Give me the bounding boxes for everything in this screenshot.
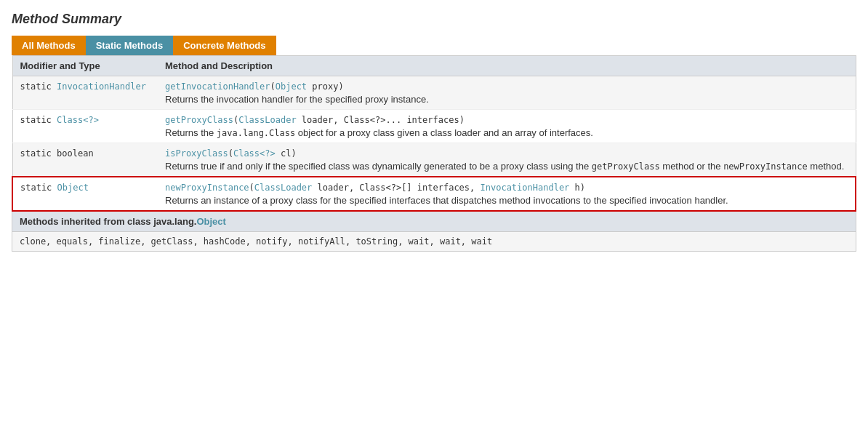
modifier-text: static (20, 183, 57, 193)
table-row-highlighted: static Object newProxyInstance(ClassLoad… (12, 177, 856, 211)
modifier-link[interactable]: InvocationHandler (57, 81, 146, 92)
method-signature: getProxyClass(ClassLoader loader, Class<… (165, 114, 848, 125)
method-name-link[interactable]: getInvocationHandler (165, 81, 270, 92)
table-row: static boolean isProxyClass(Class<?> cl)… (12, 143, 856, 177)
method-name-link[interactable]: getProxyClass (165, 115, 233, 125)
method-params: (Object proxy) (270, 81, 344, 92)
table-row: static InvocationHandler getInvocationHa… (12, 76, 856, 110)
page-container: Method Summary All Methods Static Method… (12, 12, 856, 252)
modifier-text: static (20, 115, 57, 125)
col-header-modifier: Modifier and Type (12, 56, 158, 76)
modifier-text: static boolean (20, 148, 94, 159)
modifier-link[interactable]: Class<?> (57, 115, 99, 125)
method-description: Returns an instance of a proxy class for… (165, 195, 848, 206)
inherited-header-text: Methods inherited from class java.lang. (20, 216, 196, 227)
method-signature: isProxyClass(Class<?> cl) (165, 148, 848, 159)
modifier-text: static (20, 81, 57, 92)
tab-bar: All Methods Static Methods Concrete Meth… (12, 36, 856, 55)
method-params: (ClassLoader loader, Class<?>... interfa… (233, 115, 465, 125)
method-signature: getInvocationHandler(Object proxy) (165, 81, 848, 92)
method-description: Returns true if and only if the specifie… (165, 161, 848, 172)
inherited-section: Methods inherited from class java.lang.O… (12, 212, 856, 252)
method-description: Returns the invocation handler for the s… (165, 94, 848, 105)
method-params: (Class<?> cl) (228, 148, 297, 159)
method-name-link[interactable]: newProxyInstance (165, 183, 249, 193)
inherited-class-link[interactable]: Object (196, 216, 225, 227)
method-name-link[interactable]: isProxyClass (165, 148, 228, 159)
tab-concrete-methods[interactable]: Concrete Methods (173, 36, 276, 55)
table-row: static Class<?> getProxyClass(ClassLoade… (12, 110, 856, 143)
method-signature: newProxyInstance(ClassLoader loader, Cla… (165, 182, 848, 193)
inherited-header: Methods inherited from class java.lang.O… (12, 212, 856, 232)
inherited-methods: clone, equals, finalize, getClass, hashC… (12, 232, 856, 251)
method-params: (ClassLoader loader, Class<?>[] interfac… (249, 183, 585, 193)
tab-static-methods[interactable]: Static Methods (86, 36, 173, 55)
method-table: Modifier and Type Method and Description… (12, 55, 856, 212)
col-header-method: Method and Description (158, 56, 856, 76)
method-description: Returns the java.lang.Class object for a… (165, 127, 848, 138)
tab-all-methods[interactable]: All Methods (12, 36, 86, 55)
method-summary-title: Method Summary (12, 12, 856, 27)
modifier-link[interactable]: Object (57, 183, 89, 193)
